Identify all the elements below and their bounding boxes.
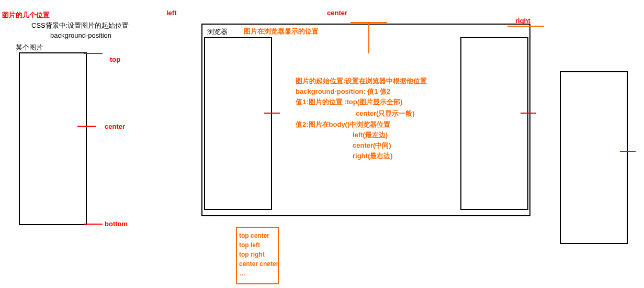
body-line-5: 值2:图片在body()中浏览器位置	[296, 119, 390, 130]
body-line-7: center(中间)	[353, 140, 391, 151]
far-right-image	[560, 71, 628, 244]
inner-right-image	[460, 37, 528, 210]
far-right-center-tick	[620, 151, 636, 152]
browser-caption: 图片在浏览器显示的位置	[244, 26, 319, 37]
tick-center	[77, 126, 96, 127]
body-line-1: 图片的起始位置:设置在浏览器中根据他位置	[296, 76, 427, 86]
combo-3: top right	[239, 250, 276, 259]
center-vline	[368, 22, 369, 53]
combo-5: …	[239, 269, 276, 278]
pos-center-label: center	[105, 123, 125, 130]
right-top-bar	[507, 26, 544, 27]
body-line-8: right(最右边)	[353, 151, 393, 161]
browser-label-left: left	[166, 9, 177, 17]
body-line-6: left(最左边)	[353, 130, 388, 140]
left-subtitle-1: CSS背景中:设置图片的起始位置	[31, 21, 129, 30]
some-image-label: 某个图片	[16, 43, 43, 52]
pos-bottom-label: bottom	[105, 220, 128, 228]
combo-2: top left	[239, 240, 276, 250]
combo-list-box: top center top left top right center cne…	[236, 227, 279, 284]
combo-1: top center	[239, 231, 276, 240]
browser-label-center: center	[327, 9, 347, 17]
body-line-3: 值1:图片的位置 :top(图片显示全部)	[296, 97, 402, 107]
image-outline-box	[19, 52, 87, 225]
left-subtitle-2: background-position	[50, 31, 111, 39]
left-title: 图片的几个位置	[2, 10, 50, 20]
combo-4: center cneter	[239, 259, 276, 269]
tick-bottom	[84, 224, 103, 225]
inner-left-center-tick	[264, 113, 280, 114]
body-line-2: background-position: 值1 值2	[296, 86, 390, 97]
inner-left-image	[204, 37, 272, 210]
inner-right-center-tick	[521, 113, 536, 114]
pos-top-label: top	[110, 56, 120, 63]
body-line-4: center(只显示一般)	[356, 108, 415, 119]
browser-text-label: 浏览器	[207, 27, 228, 37]
tick-top	[84, 53, 103, 54]
